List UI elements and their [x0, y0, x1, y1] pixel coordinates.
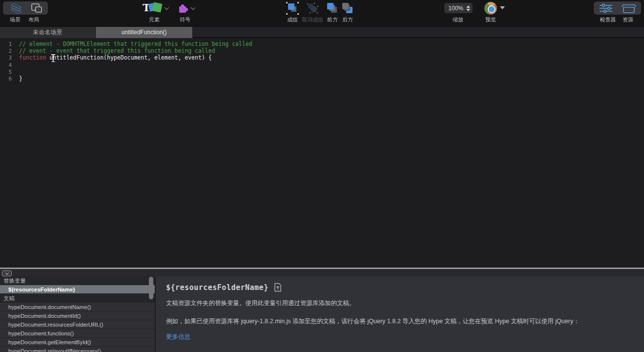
code-comment: // element - DOMHTMLElement that trigger… — [12, 41, 252, 47]
keyword-function: function — [19, 54, 46, 61]
browser-preview-icon[interactable] — [484, 2, 497, 15]
collapse-panel-button[interactable] — [2, 270, 12, 276]
line-number: 4 — [0, 62, 12, 68]
api-reference-list: 替换变量 ${resourcesFolderName} 文稿 hypeDocum… — [0, 276, 155, 352]
zoom-label: 缩放 — [449, 16, 467, 23]
api-detail-panel: ${resourcesFolderName} 文稿资源文件夹的替换变量。使用此变… — [155, 276, 644, 352]
insert-snippet-icon[interactable] — [274, 283, 282, 292]
list-item[interactable]: hypeDocument.getElementById() — [0, 338, 155, 347]
line-number: 2 — [0, 47, 12, 54]
chevron-down-icon — [5, 271, 8, 274]
tab-untitled-function[interactable]: untitledFunction() — [96, 27, 193, 38]
chevron-down-icon — [165, 5, 169, 10]
list-item[interactable]: hypeDocument.relayoutIfNecessary() — [0, 347, 155, 352]
scenes-button[interactable] — [7, 2, 25, 14]
line-number: 6 — [0, 75, 12, 82]
code-comment: // event - event that triggered this fun… — [12, 47, 215, 54]
resources-label[interactable]: 资源 — [619, 16, 637, 23]
more-info-link[interactable]: 更多信息 — [166, 333, 190, 341]
line-number: 5 — [0, 68, 12, 75]
send-back-label[interactable]: 后方 — [339, 16, 356, 23]
zoom-stepper[interactable]: 100% — [444, 3, 473, 13]
javascript-code-editor[interactable]: 1 // element - DOMHTMLElement that trigg… — [0, 38, 644, 268]
line-number: 3 — [0, 54, 12, 61]
tab-untitled-scene[interactable]: 未命名场景 — [0, 27, 96, 38]
list-item-resources-folder-name[interactable]: ${resourcesFolderName} — [0, 285, 155, 294]
code-line: 5 — [0, 68, 644, 75]
panel-divider[interactable] — [0, 268, 644, 276]
scene-layout-segment — [3, 1, 48, 15]
resources-box-icon — [622, 3, 636, 14]
inspector-sliders-icon — [599, 3, 613, 14]
list-item[interactable]: hypeDocument.functions() — [0, 329, 155, 338]
stepper-arrows-icon[interactable] — [466, 5, 470, 11]
code-line: 4 — [0, 62, 644, 68]
function-signature: untitledFunction(hypeDocument, element, … — [46, 54, 211, 61]
text-cursor-ibeam-icon — [50, 54, 56, 62]
preview-label: 预览 — [482, 16, 499, 23]
list-section-header: 替换变量 — [0, 276, 155, 285]
inspector-button[interactable] — [598, 2, 617, 14]
inspector-label[interactable]: 检查器 — [597, 16, 619, 23]
inspector-resources-segment — [594, 1, 641, 15]
send-back-icon — [342, 3, 349, 9]
send-back-button[interactable] — [341, 2, 354, 15]
list-item[interactable]: hypeDocument.documentName() — [0, 303, 155, 311]
detail-description: 文稿资源文件夹的替换变量。使用此变量引用通过资源库添加的文稿。 — [166, 299, 355, 308]
code-statement: function untitledFunction(hypeDocument, … — [12, 54, 212, 61]
group-button[interactable] — [286, 2, 299, 15]
layouts-button[interactable] — [28, 2, 46, 14]
layouts-label[interactable]: 布局 — [25, 16, 42, 23]
symbols-puzzle-icon — [177, 2, 190, 15]
document-tab-bar: 未命名场景 untitledFunction() — [0, 26, 644, 38]
scenes-label[interactable]: 场景 — [6, 16, 24, 23]
list-section-header: 文稿 — [0, 294, 155, 303]
hype-window: 场景 布局 T 元素 符号 成组 — [0, 0, 644, 352]
ungroup-label: 取消成组 — [298, 16, 327, 23]
preview-dropdown-icon[interactable] — [500, 6, 505, 9]
list-item[interactable]: hypeDocument.documentId() — [0, 311, 155, 320]
chevron-down-icon — [191, 5, 196, 10]
code-line: 1 // element - DOMHTMLElement that trigg… — [0, 41, 644, 47]
group-icon — [288, 3, 294, 10]
code-line: 6 } — [0, 75, 644, 82]
ungroup-icon — [306, 2, 319, 15]
bring-front-icon — [327, 3, 333, 9]
main-toolbar: 场景 布局 T 元素 符号 成组 — [0, 0, 644, 26]
detail-example-text: 例如，如果已使用资源库将 jquery-1.8.2.min.js 添加至您的文稿… — [166, 317, 580, 326]
detail-title: ${resourcesFolderName} — [166, 283, 269, 292]
ungroup-button — [306, 2, 319, 15]
layouts-icon — [31, 3, 43, 14]
symbols-label[interactable]: 符号 — [176, 16, 194, 23]
code-line: 2 // event - event that triggered this f… — [0, 47, 644, 54]
code-line: 3 function untitledFunction(hypeDocument… — [0, 54, 644, 61]
list-scrollbar-thumb[interactable] — [149, 277, 153, 299]
elements-button[interactable]: T — [143, 1, 170, 15]
elements-label[interactable]: 元素 — [145, 16, 163, 23]
line-number: 1 — [0, 41, 12, 47]
symbols-button[interactable] — [177, 1, 197, 15]
resources-button[interactable] — [621, 2, 639, 14]
elements-green-shape-icon — [152, 2, 162, 12]
bring-front-button[interactable] — [326, 2, 339, 15]
list-item[interactable]: hypeDocument.resourcesFolderURL() — [0, 320, 155, 329]
zoom-value: 100% — [448, 5, 463, 12]
closing-brace: } — [12, 75, 22, 82]
